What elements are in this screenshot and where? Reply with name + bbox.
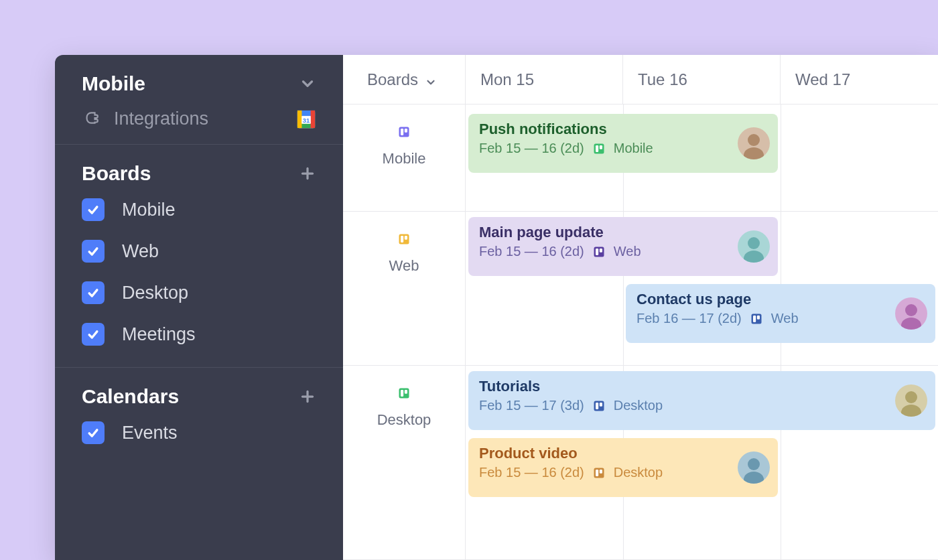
chevron-down-icon: [425, 74, 437, 86]
app-window: Mobile Integrations 31 Boards: [55, 55, 938, 560]
integrations-label: Integrations: [114, 109, 281, 129]
task-card[interactable]: Push notifications Feb 15 — 16 (2d) Mobi…: [468, 114, 778, 173]
task-title: Contact us page: [636, 291, 925, 308]
day-header: Wed 17: [781, 55, 938, 104]
workspace-title: Mobile: [82, 72, 145, 95]
svg-rect-15: [401, 236, 403, 242]
svg-rect-20: [594, 143, 604, 153]
calendar-item[interactable]: Events: [55, 412, 343, 453]
lane-name: Desktop: [377, 411, 431, 429]
task-title: Tutorials: [479, 378, 925, 395]
task-title: Main page update: [479, 224, 767, 241]
google-calendar-icon: 31: [296, 109, 316, 129]
task-board-name: Desktop: [614, 465, 663, 480]
day-header-label: Wed 17: [795, 70, 850, 89]
avatar: [895, 384, 927, 417]
task-title: Push notifications: [479, 121, 767, 138]
task-card[interactable]: Tutorials Feb 15 — 17 (3d) Desktop: [468, 371, 935, 430]
svg-rect-18: [401, 390, 403, 397]
sidebar: Mobile Integrations 31 Boards: [55, 55, 343, 560]
checkbox-checked-icon[interactable]: [82, 323, 105, 346]
svg-rect-14: [399, 234, 409, 244]
svg-rect-33: [753, 316, 756, 322]
task-card[interactable]: Product video Feb 15 — 16 (2d) Desktop: [468, 438, 778, 497]
checkbox-checked-icon[interactable]: [82, 421, 105, 444]
task-meta: Feb 15 — 16 (2d) Web: [479, 244, 767, 259]
lanes-column: Mobile Web Desktop: [343, 104, 466, 560]
svg-point-30: [748, 237, 760, 249]
day-header-label: Mon 15: [480, 70, 534, 89]
lane-label: Web: [343, 212, 465, 366]
calendar-header: Boards Mon 15Tue 16Wed 17: [343, 55, 938, 104]
task-meta: Feb 15 — 16 (2d) Mobile: [479, 141, 767, 156]
svg-rect-17: [399, 389, 409, 399]
checkbox-checked-icon[interactable]: [82, 240, 105, 263]
trello-icon: [592, 142, 606, 155]
svg-rect-12: [401, 129, 403, 135]
svg-rect-38: [594, 401, 604, 411]
svg-point-24: [748, 134, 760, 146]
svg-rect-34: [757, 316, 760, 320]
lane-name: Mobile: [383, 150, 426, 167]
svg-rect-4: [311, 110, 316, 127]
task-board-name: Web: [771, 311, 799, 326]
task-dates: Feb 15 — 17 (3d): [479, 398, 584, 413]
board-item-label: Web: [122, 241, 159, 262]
board-item-label: Meetings: [122, 324, 196, 345]
trello-icon: [393, 228, 415, 251]
trello-icon: [592, 466, 606, 480]
trello-icon: [592, 399, 606, 413]
trello-icon: [750, 312, 763, 326]
chevron-down-icon[interactable]: [299, 75, 316, 92]
day-header-label: Tue 16: [638, 70, 687, 89]
board-item-label: Mobile: [122, 200, 176, 220]
svg-rect-45: [596, 470, 598, 476]
svg-rect-28: [600, 249, 602, 253]
lane-label: Desktop: [343, 366, 465, 560]
svg-rect-40: [600, 403, 602, 407]
task-dates: Feb 15 — 16 (2d): [479, 244, 584, 259]
svg-rect-27: [596, 249, 598, 255]
task-title: Product video: [479, 445, 767, 462]
board-item-label: Desktop: [122, 283, 188, 303]
svg-rect-11: [399, 127, 409, 137]
task-board-name: Desktop: [614, 398, 663, 413]
task-meta: Feb 16 — 17 (2d) Web: [636, 311, 925, 326]
boards-header: Boards: [55, 158, 343, 189]
integrations-row[interactable]: Integrations 31: [55, 99, 343, 132]
task-card[interactable]: Main page update Feb 15 — 16 (2d) Web: [468, 217, 778, 276]
task-dates: Feb 16 — 17 (2d): [636, 311, 742, 326]
svg-rect-21: [596, 145, 598, 152]
svg-rect-44: [594, 468, 604, 478]
boards-dropdown[interactable]: Boards: [343, 55, 466, 104]
task-card[interactable]: Contact us page Feb 16 — 17 (2d) Web: [626, 284, 935, 343]
board-item[interactable]: Mobile: [55, 189, 343, 230]
day-header: Tue 16: [623, 55, 781, 104]
task-meta: Feb 15 — 17 (3d) Desktop: [479, 398, 925, 413]
board-item[interactable]: Desktop: [55, 272, 343, 313]
checkbox-checked-icon[interactable]: [82, 198, 105, 221]
trello-icon: [592, 245, 606, 259]
svg-rect-39: [596, 403, 598, 409]
svg-text:31: 31: [303, 117, 310, 123]
lane-label: Mobile: [343, 104, 465, 212]
avatar: [895, 297, 927, 330]
workspace-section: Mobile Integrations 31: [55, 55, 343, 145]
lane-name: Web: [389, 257, 419, 275]
calendar-item-label: Events: [122, 423, 178, 443]
add-board-icon[interactable]: [299, 165, 316, 182]
task-dates: Feb 15 — 16 (2d): [479, 141, 584, 156]
day-header: Mon 15: [466, 55, 623, 104]
svg-point-42: [905, 391, 917, 403]
add-calendar-icon[interactable]: [299, 388, 316, 405]
board-item[interactable]: Web: [55, 230, 343, 272]
plugin-icon: [82, 109, 99, 129]
board-item[interactable]: Meetings: [55, 313, 343, 355]
svg-point-48: [748, 458, 760, 470]
avatar: [738, 451, 770, 484]
svg-rect-3: [297, 110, 302, 127]
workspace-header[interactable]: Mobile: [55, 68, 343, 99]
checkbox-checked-icon[interactable]: [82, 281, 105, 304]
svg-point-36: [905, 304, 917, 316]
boards-dropdown-label: Boards: [367, 70, 418, 89]
